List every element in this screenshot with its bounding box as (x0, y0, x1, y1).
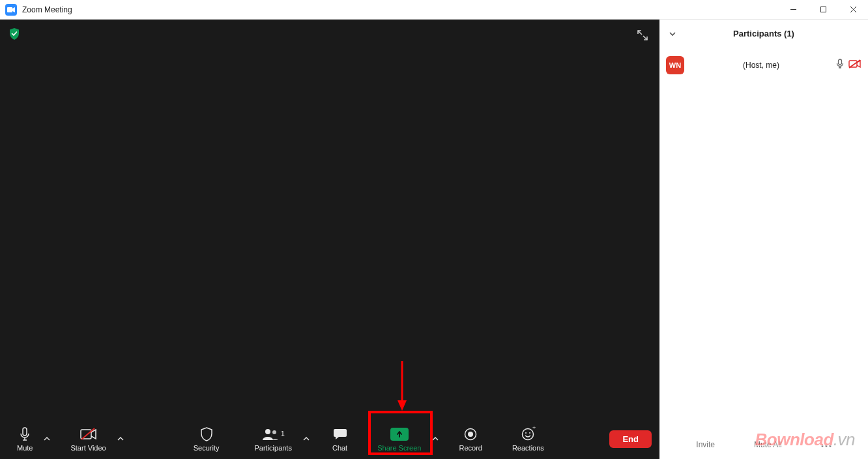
video-options-caret[interactable] (115, 437, 126, 441)
mute-button[interactable]: Mute (8, 421, 42, 456)
plus-badge-icon: + (532, 424, 536, 431)
fullscreen-button[interactable] (635, 27, 650, 43)
meeting-toolbar: Mute Start Video Security (0, 419, 659, 459)
chat-button[interactable]: Chat (323, 421, 356, 456)
collapse-panel-caret[interactable] (669, 29, 676, 40)
svg-rect-18 (839, 59, 842, 65)
reactions-button[interactable]: + Reactions (503, 421, 553, 456)
share-options-caret[interactable] (430, 437, 441, 441)
share-screen-button[interactable]: Share Screen (368, 421, 430, 456)
mute-options-caret[interactable] (42, 437, 52, 441)
microphone-icon (835, 59, 845, 72)
participant-row[interactable]: WN (Host, me) (666, 51, 861, 80)
svg-rect-19 (849, 61, 857, 67)
minimize-button[interactable] (778, 0, 808, 20)
svg-point-11 (265, 429, 270, 434)
share-screen-icon (390, 426, 409, 443)
annotation-arrow-icon (397, 361, 407, 412)
svg-rect-9 (81, 430, 91, 439)
mute-all-button[interactable]: Mute All (754, 440, 782, 449)
invite-button[interactable]: Invite (696, 440, 715, 449)
encryption-shield-icon[interactable] (8, 27, 21, 40)
shield-icon (200, 426, 213, 443)
microphone-icon (18, 426, 31, 443)
svg-point-14 (468, 432, 473, 437)
svg-line-6 (643, 36, 647, 40)
svg-point-16 (525, 432, 527, 434)
participants-button[interactable]: 1 Participants (245, 421, 300, 456)
close-button[interactable] (838, 0, 868, 20)
svg-line-5 (638, 31, 642, 35)
reactions-icon: + (521, 426, 534, 443)
window-title: Zoom Meeting (22, 5, 72, 14)
titlebar: Zoom Meeting (0, 0, 868, 20)
record-button[interactable]: Record (450, 421, 491, 456)
zoom-logo-icon (5, 4, 17, 16)
svg-rect-2 (820, 7, 826, 12)
participants-icon: 1 (262, 426, 285, 443)
svg-point-17 (529, 432, 530, 434)
security-button[interactable]: Security (184, 421, 229, 456)
participants-footer: Invite Mute All (659, 430, 868, 459)
video-off-icon (848, 59, 861, 71)
avatar: WN (666, 56, 684, 74)
maximize-button[interactable] (808, 0, 838, 20)
svg-point-12 (272, 430, 276, 434)
svg-rect-0 (7, 7, 12, 12)
svg-point-21 (821, 445, 823, 447)
participants-panel-title: Participants (1) (733, 29, 794, 38)
start-video-button[interactable]: Start Video (61, 421, 115, 456)
svg-point-22 (825, 445, 827, 447)
record-icon (464, 426, 477, 443)
svg-rect-8 (23, 428, 27, 436)
participants-options-caret[interactable] (301, 437, 311, 441)
video-off-icon (80, 426, 97, 443)
participants-panel: Participants (1) WN (Host, me) Invite Mu… (659, 20, 868, 459)
video-area: Mute Start Video Security (0, 20, 659, 459)
participant-label: (Host, me) (691, 61, 832, 70)
svg-point-23 (829, 445, 831, 447)
chat-icon (333, 426, 347, 443)
end-button[interactable]: End (609, 430, 652, 448)
more-button[interactable] (821, 440, 832, 449)
